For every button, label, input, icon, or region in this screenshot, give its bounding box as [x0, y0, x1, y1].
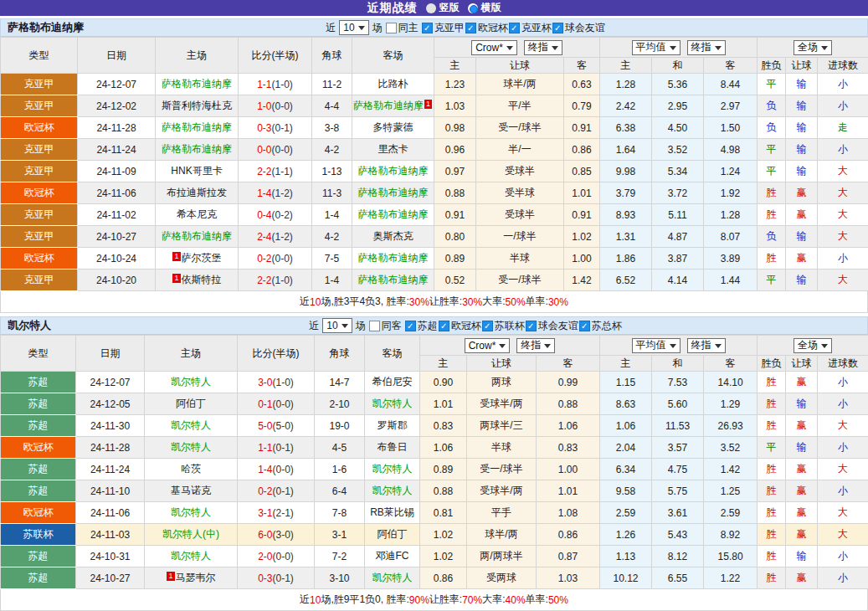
- average-select[interactable]: 平均值: [632, 40, 681, 55]
- team-link[interactable]: 邓迪FC: [376, 550, 409, 562]
- league-filter-label[interactable]: 苏超: [418, 319, 438, 333]
- team-link[interactable]: 凯尔特人: [372, 485, 413, 496]
- team-link[interactable]: 希本尼克: [177, 208, 217, 220]
- avg-stage-select[interactable]: 终指: [687, 40, 726, 55]
- team-link[interactable]: 凯尔特人: [171, 441, 211, 453]
- team-link[interactable]: 凯尔特人: [171, 506, 211, 518]
- radio-icon-horizontal[interactable]: [468, 3, 478, 13]
- same-venue-label[interactable]: 同客: [382, 319, 402, 333]
- team-link[interactable]: 萨格勒布迪纳摩: [162, 78, 232, 90]
- team-link[interactable]: 萨格勒布迪纳摩: [162, 143, 232, 155]
- cell-handicap: 受球半/两: [467, 480, 537, 502]
- team-link[interactable]: 凯尔特人: [372, 572, 413, 583]
- league-filter-label[interactable]: 球会友谊: [538, 319, 578, 333]
- league-filter-label[interactable]: 球会友谊: [565, 21, 605, 35]
- summary-text: 场,胜3平4负3, 胜率:: [321, 295, 408, 309]
- team-link[interactable]: 多特蒙德: [373, 121, 413, 133]
- team-link[interactable]: 萨格勒布迪纳摩: [358, 187, 429, 198]
- layout-radio-horizontal[interactable]: 横版: [468, 1, 501, 15]
- team-link[interactable]: 萨格勒布迪纳摩: [358, 208, 429, 220]
- team-link[interactable]: 哈茨: [181, 463, 201, 475]
- same-venue-checkbox[interactable]: 同客: [369, 319, 402, 333]
- team-link[interactable]: 萨格勒布迪纳摩: [162, 121, 232, 133]
- team-link[interactable]: RB莱比锡: [370, 506, 414, 518]
- checkbox-icon[interactable]: ✓: [465, 23, 476, 33]
- radio-label-vertical[interactable]: 竖版: [439, 1, 460, 15]
- games-count-select[interactable]: 10: [339, 20, 368, 35]
- team-link[interactable]: 阿伯丁: [176, 398, 206, 409]
- team-link[interactable]: 凯尔特人(中): [162, 528, 219, 540]
- team-link[interactable]: 依斯特拉: [182, 274, 222, 285]
- checkbox-icon[interactable]: ✓: [439, 321, 449, 331]
- team-link[interactable]: 罗斯郡: [378, 419, 408, 431]
- average-select[interactable]: 平均值: [632, 338, 681, 353]
- team-link[interactable]: 阿伯丁: [378, 528, 408, 540]
- cell-handicap-result: 输: [786, 393, 818, 415]
- league-filter-label[interactable]: 克亚杯: [521, 21, 552, 35]
- layout-radio-vertical[interactable]: 竖版: [426, 1, 460, 15]
- checkbox-icon[interactable]: ✓: [552, 23, 563, 33]
- checkbox-icon[interactable]: ✓: [482, 321, 493, 331]
- checkbox-icon[interactable]: ✓: [526, 321, 537, 331]
- odds-stage-select[interactable]: 终指: [524, 40, 562, 55]
- cell-avg-away: 3.89: [704, 248, 758, 270]
- league-filter-checkbox[interactable]: ✓球会友谊: [552, 21, 605, 35]
- bookmaker-select[interactable]: Crow*: [471, 40, 517, 55]
- checkbox-icon[interactable]: ✓: [422, 23, 433, 33]
- checkbox-icon[interactable]: [386, 23, 397, 33]
- team-link[interactable]: 萨格勒布迪纳摩: [162, 230, 232, 242]
- team-link[interactable]: 奥斯杰克: [373, 230, 413, 242]
- avg-stage-select[interactable]: 终指: [687, 338, 726, 353]
- score-fulltime: 1-4: [258, 464, 272, 475]
- odds-stage-select[interactable]: 终指: [516, 338, 555, 353]
- league-filter-checkbox[interactable]: ✓克亚甲: [422, 21, 465, 35]
- chevron-down-icon: [552, 46, 558, 54]
- team-link[interactable]: 凯尔特人: [171, 419, 211, 431]
- team-link[interactable]: HNK哥里卡: [171, 165, 222, 177]
- team-link[interactable]: 凯尔特人: [372, 463, 413, 475]
- league-filter-label[interactable]: 苏联杯: [495, 319, 525, 333]
- cell-corners: 6-4: [315, 480, 365, 502]
- league-filter-label[interactable]: 克亚甲: [434, 21, 465, 35]
- league-filter-checkbox[interactable]: ✓克亚杯: [509, 21, 552, 35]
- team-link[interactable]: 斯普利特海杜克: [162, 100, 232, 111]
- radio-icon-vertical[interactable]: [426, 3, 436, 13]
- team-link[interactable]: 凯尔特人: [372, 398, 413, 409]
- cell-handicap-result: 输: [786, 95, 818, 117]
- league-filter-checkbox[interactable]: ✓欧冠杯: [439, 319, 481, 333]
- team-link[interactable]: 马瑟韦尔: [176, 572, 216, 583]
- same-venue-checkbox[interactable]: 同主: [386, 21, 419, 35]
- team-link[interactable]: 萨格勒布迪纳摩: [358, 252, 429, 264]
- team-link[interactable]: 萨格勒布迪纳摩: [358, 274, 429, 285]
- team-link[interactable]: 萨格勒布迪纳摩: [353, 100, 424, 111]
- league-filter-label[interactable]: 苏总杯: [592, 319, 622, 333]
- checkbox-icon[interactable]: ✓: [405, 321, 416, 331]
- same-venue-label[interactable]: 同主: [398, 21, 419, 35]
- team-link[interactable]: 凯尔特人: [171, 550, 211, 562]
- league-filter-checkbox[interactable]: ✓欧冠杯: [465, 21, 508, 35]
- fulltime-select[interactable]: 全场: [794, 338, 832, 353]
- team-link[interactable]: 里杰卡: [378, 143, 408, 155]
- league-filter-checkbox[interactable]: ✓苏总杯: [579, 319, 622, 333]
- team-link[interactable]: 希伯尼安: [372, 376, 413, 388]
- league-filter-label[interactable]: 欧冠杯: [478, 21, 508, 35]
- team-link[interactable]: 比路朴: [378, 78, 408, 90]
- team-link[interactable]: 凯尔特人: [171, 376, 211, 388]
- team-link[interactable]: 萨尔茨堡: [182, 252, 222, 264]
- checkbox-icon[interactable]: [369, 321, 380, 331]
- checkbox-icon[interactable]: ✓: [509, 23, 520, 33]
- radio-label-horizontal[interactable]: 横版: [481, 1, 501, 15]
- team-link[interactable]: 萨格勒布迪纳摩: [358, 165, 429, 177]
- team-link[interactable]: 基马诺克: [171, 485, 211, 496]
- league-filter-checkbox[interactable]: ✓苏超: [405, 319, 438, 333]
- team-link[interactable]: 布鲁日: [378, 441, 408, 453]
- cell-result: 平: [758, 437, 786, 459]
- bookmaker-select[interactable]: Crow*: [465, 338, 511, 353]
- team-link[interactable]: 布拉迪斯拉发: [167, 187, 227, 198]
- games-count-select[interactable]: 10: [322, 318, 352, 333]
- league-filter-checkbox[interactable]: ✓苏联杯: [482, 319, 525, 333]
- checkbox-icon[interactable]: ✓: [579, 321, 590, 331]
- league-filter-label[interactable]: 欧冠杯: [451, 319, 481, 333]
- league-filter-checkbox[interactable]: ✓球会友谊: [526, 319, 578, 333]
- fulltime-select[interactable]: 全场: [794, 40, 832, 55]
